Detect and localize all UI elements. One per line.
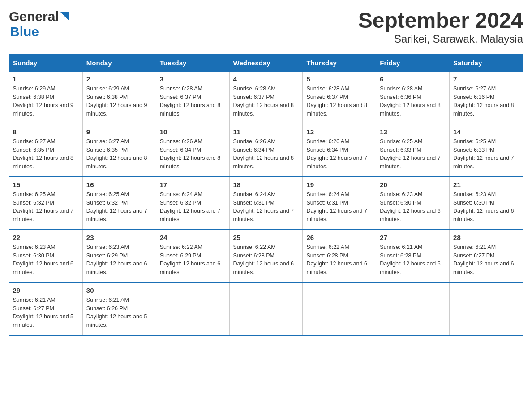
day-info: Sunrise: 6:22 AMSunset: 6:29 PMDaylight:… [160,244,221,275]
calendar-cell: 10 Sunrise: 6:26 AMSunset: 6:34 PMDaylig… [156,124,229,177]
svg-marker-0 [60,12,69,21]
day-number: 7 [453,75,519,83]
day-number: 15 [13,181,79,188]
day-info: Sunrise: 6:24 AMSunset: 6:31 PMDaylight:… [233,191,294,223]
calendar-cell: 27 Sunrise: 6:21 AMSunset: 6:28 PMDaylig… [376,230,450,283]
day-info: Sunrise: 6:29 AMSunset: 6:38 PMDaylight:… [13,86,74,117]
day-number: 6 [380,75,446,83]
day-info: Sunrise: 6:26 AMSunset: 6:34 PMDaylight:… [306,138,367,170]
calendar-cell: 29 Sunrise: 6:21 AMSunset: 6:27 PMDaylig… [9,283,83,335]
day-info: Sunrise: 6:26 AMSunset: 6:34 PMDaylight:… [160,138,221,170]
calendar-cell: 18 Sunrise: 6:24 AMSunset: 6:31 PMDaylig… [229,177,303,230]
calendar-cell: 22 Sunrise: 6:23 AMSunset: 6:30 PMDaylig… [9,230,83,283]
day-number: 9 [86,128,152,136]
calendar-cell: 17 Sunrise: 6:24 AMSunset: 6:32 PMDaylig… [156,177,229,230]
day-info: Sunrise: 6:23 AMSunset: 6:30 PMDaylight:… [453,191,514,223]
calendar-cell: 9 Sunrise: 6:27 AMSunset: 6:35 PMDayligh… [82,124,156,177]
day-info: Sunrise: 6:23 AMSunset: 6:29 PMDaylight:… [86,244,147,275]
calendar-cell: 20 Sunrise: 6:23 AMSunset: 6:30 PMDaylig… [376,177,450,230]
week-row-5: 29 Sunrise: 6:21 AMSunset: 6:27 PMDaylig… [9,283,523,335]
day-number: 28 [453,234,519,241]
day-info: Sunrise: 6:22 AMSunset: 6:28 PMDaylight:… [306,244,367,275]
day-number: 18 [233,181,299,188]
calendar-cell: 12 Sunrise: 6:26 AMSunset: 6:34 PMDaylig… [303,124,376,177]
day-info: Sunrise: 6:29 AMSunset: 6:38 PMDaylight:… [86,86,147,117]
day-info: Sunrise: 6:25 AMSunset: 6:32 PMDaylight:… [86,191,147,223]
calendar-cell [156,283,229,335]
day-number: 29 [13,287,79,294]
day-info: Sunrise: 6:24 AMSunset: 6:32 PMDaylight:… [160,191,221,223]
calendar-cell: 25 Sunrise: 6:22 AMSunset: 6:28 PMDaylig… [229,230,303,283]
week-row-3: 15 Sunrise: 6:25 AMSunset: 6:32 PMDaylig… [9,177,523,230]
day-number: 17 [160,181,226,188]
day-number: 25 [233,234,299,241]
logo-general-text: General [9,9,59,24]
calendar-cell [450,283,523,335]
day-info: Sunrise: 6:26 AMSunset: 6:34 PMDaylight:… [233,138,294,170]
calendar-cell: 26 Sunrise: 6:22 AMSunset: 6:28 PMDaylig… [303,230,376,283]
day-header-saturday: Saturday [450,54,523,71]
day-info: Sunrise: 6:28 AMSunset: 6:36 PMDaylight:… [380,86,441,117]
day-info: Sunrise: 6:23 AMSunset: 6:30 PMDaylight:… [380,191,441,223]
calendar-cell: 1 Sunrise: 6:29 AMSunset: 6:38 PMDayligh… [9,71,83,124]
day-number: 3 [160,75,226,83]
calendar-cell [229,283,303,335]
day-header-row: SundayMondayTuesdayWednesdayThursdayFrid… [9,54,523,71]
day-number: 27 [380,234,446,241]
page-header: General Blue September 2024 Sarikei, Sar… [9,9,523,45]
day-info: Sunrise: 6:22 AMSunset: 6:28 PMDaylight:… [233,244,294,275]
calendar-cell: 11 Sunrise: 6:26 AMSunset: 6:34 PMDaylig… [229,124,303,177]
calendar-table: SundayMondayTuesdayWednesdayThursdayFrid… [9,54,523,336]
calendar-cell: 8 Sunrise: 6:27 AMSunset: 6:35 PMDayligh… [9,124,83,177]
day-number: 20 [380,181,446,188]
calendar-cell: 7 Sunrise: 6:27 AMSunset: 6:36 PMDayligh… [450,71,523,124]
day-number: 2 [86,75,152,83]
day-number: 21 [453,181,519,188]
week-row-1: 1 Sunrise: 6:29 AMSunset: 6:38 PMDayligh… [9,71,523,124]
day-number: 11 [233,128,299,136]
day-info: Sunrise: 6:27 AMSunset: 6:36 PMDaylight:… [453,86,514,117]
logo-triangle-icon [60,12,69,23]
day-info: Sunrise: 6:28 AMSunset: 6:37 PMDaylight:… [233,86,294,117]
day-number: 26 [306,234,372,241]
day-info: Sunrise: 6:25 AMSunset: 6:33 PMDaylight:… [453,138,514,170]
day-info: Sunrise: 6:21 AMSunset: 6:27 PMDaylight:… [453,244,514,275]
day-info: Sunrise: 6:25 AMSunset: 6:32 PMDaylight:… [13,191,74,223]
calendar-cell: 28 Sunrise: 6:21 AMSunset: 6:27 PMDaylig… [450,230,523,283]
calendar-title: September 2024 [358,9,523,33]
day-number: 24 [160,234,226,241]
day-header-sunday: Sunday [9,54,83,71]
calendar-cell: 21 Sunrise: 6:23 AMSunset: 6:30 PMDaylig… [450,177,523,230]
day-number: 14 [453,128,519,136]
day-info: Sunrise: 6:27 AMSunset: 6:35 PMDaylight:… [13,138,74,170]
calendar-cell [376,283,450,335]
calendar-cell: 30 Sunrise: 6:21 AMSunset: 6:26 PMDaylig… [82,283,156,335]
calendar-cell: 13 Sunrise: 6:25 AMSunset: 6:33 PMDaylig… [376,124,450,177]
logo: General Blue [9,9,69,39]
day-header-wednesday: Wednesday [229,54,303,71]
day-number: 12 [306,128,372,136]
calendar-cell: 5 Sunrise: 6:28 AMSunset: 6:37 PMDayligh… [303,71,376,124]
week-row-2: 8 Sunrise: 6:27 AMSunset: 6:35 PMDayligh… [9,124,523,177]
day-info: Sunrise: 6:21 AMSunset: 6:26 PMDaylight:… [86,297,147,328]
day-number: 4 [233,75,299,83]
day-info: Sunrise: 6:23 AMSunset: 6:30 PMDaylight:… [13,244,74,275]
day-number: 23 [86,234,152,241]
calendar-subtitle: Sarikei, Sarawak, Malaysia [358,33,523,45]
calendar-cell: 16 Sunrise: 6:25 AMSunset: 6:32 PMDaylig… [82,177,156,230]
day-header-monday: Monday [82,54,156,71]
day-number: 5 [306,75,372,83]
week-row-4: 22 Sunrise: 6:23 AMSunset: 6:30 PMDaylig… [9,230,523,283]
logo-blue-text: Blue [10,24,39,39]
day-number: 30 [86,287,152,294]
title-area: September 2024 Sarikei, Sarawak, Malaysi… [358,9,523,45]
day-info: Sunrise: 6:27 AMSunset: 6:35 PMDaylight:… [86,138,147,170]
day-header-thursday: Thursday [303,54,376,71]
day-number: 16 [86,181,152,188]
day-header-tuesday: Tuesday [156,54,229,71]
day-info: Sunrise: 6:25 AMSunset: 6:33 PMDaylight:… [380,138,441,170]
calendar-cell: 19 Sunrise: 6:24 AMSunset: 6:31 PMDaylig… [303,177,376,230]
calendar-cell: 23 Sunrise: 6:23 AMSunset: 6:29 PMDaylig… [82,230,156,283]
day-info: Sunrise: 6:24 AMSunset: 6:31 PMDaylight:… [306,191,367,223]
day-number: 8 [13,128,79,136]
